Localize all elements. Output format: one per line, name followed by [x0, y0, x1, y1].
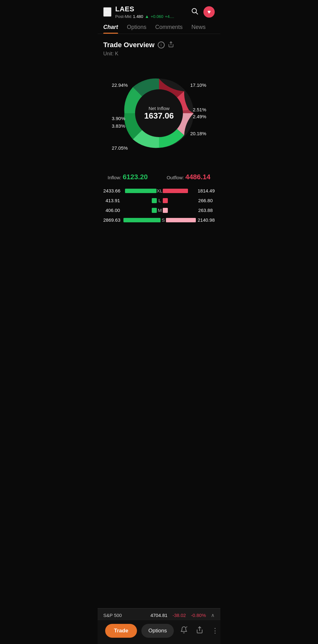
bar-green-s: [123, 218, 161, 222]
share-icon-button[interactable]: [194, 624, 205, 637]
net-inflow-label: Net Inflow: [144, 106, 174, 111]
post-market-info: Post-Mkt 1.480 ▲ +0.060 +4....: [115, 14, 191, 19]
svg-line-5: [186, 627, 187, 627]
bar-left-val-xl: 2433.66: [103, 188, 123, 193]
pct-right-mid1: 2.51%: [193, 107, 206, 112]
more-icon-button[interactable]: ⋮: [210, 625, 220, 637]
chevron-up-icon[interactable]: ∧: [211, 612, 215, 618]
share-icon[interactable]: [168, 41, 174, 49]
tab-options-label: Options: [127, 24, 146, 30]
bar-right-val-m: 263.88: [196, 208, 215, 213]
market-name: S&P 500: [103, 613, 145, 618]
tab-news-label: News: [191, 24, 206, 30]
header-icons: ♥: [191, 6, 215, 18]
header-title-area: LAES Post-Mkt 1.480 ▲ +0.060 +4....: [115, 5, 191, 19]
donut-chart-container: Net Inflow 1637.06 22.94% 3.90% 3.83% 27…: [103, 63, 215, 164]
bar-red-m: [163, 208, 196, 213]
back-button[interactable]: ←: [103, 7, 111, 17]
green-bar-m: [152, 208, 157, 213]
bar-right-val-l: 266.80: [196, 198, 215, 203]
pct-right-mid2: 2.49%: [193, 114, 206, 119]
bar-red-xl: [163, 189, 196, 193]
main-content: Trade Overview i Unit: K: [98, 34, 220, 265]
tab-options[interactable]: Options: [127, 24, 146, 34]
bar-row-xl: 2433.66 XL 1814.49: [103, 188, 215, 193]
outflow-label: Outflow:: [167, 175, 184, 180]
pink-bar-m: [163, 208, 168, 213]
header: ← LAES Post-Mkt 1.480 ▲ +0.060 +4.... ♥: [98, 0, 220, 23]
bar-row-l: 413.91 L 266.80: [103, 198, 215, 203]
bar-right-val-xl: 1814.49: [196, 188, 215, 193]
inflow-label: Inflow:: [108, 175, 121, 180]
pink-bar-s: [166, 218, 196, 222]
post-mkt-pct: +4....: [165, 14, 174, 19]
bar-green-m: [123, 208, 156, 213]
section-header: Trade Overview i: [103, 41, 215, 49]
size-s: S: [161, 217, 166, 223]
post-mkt-change: +0.060: [151, 14, 163, 19]
pct-left-bot: 27.05%: [112, 145, 128, 151]
svg-line-1: [196, 13, 198, 14]
bar-right-val-s: 2140.98: [196, 217, 215, 223]
size-l: L: [157, 198, 163, 203]
size-xl: XL: [156, 188, 163, 193]
search-button[interactable]: [191, 7, 198, 17]
donut-center-text: Net Inflow 1637.06: [144, 106, 174, 121]
pct-left-top: 22.94%: [112, 82, 128, 88]
green-bar-s: [123, 218, 161, 222]
green-bar-xl: [125, 189, 156, 193]
up-arrow-icon: ▲: [145, 14, 149, 19]
unit-prefix: Unit:: [103, 51, 115, 56]
bar-green-l: [123, 198, 156, 203]
market-pct: -0.80%: [191, 613, 206, 618]
tab-comments-label: Comments: [155, 24, 183, 30]
flow-summary: Inflow: 6123.20 Outflow: 4486.14: [103, 173, 215, 181]
pct-left-mid2: 3.83%: [112, 123, 125, 129]
tab-news[interactable]: News: [191, 24, 206, 34]
pct-right-bot: 20.18%: [190, 131, 206, 136]
market-change: -38.02: [173, 613, 186, 618]
favorite-button[interactable]: ♥: [203, 6, 215, 18]
trade-button[interactable]: Trade: [105, 624, 137, 638]
bar-left-val-m: 406.00: [103, 208, 123, 213]
tab-comments[interactable]: Comments: [155, 24, 183, 34]
nav-icon-group: ⋮: [178, 624, 220, 637]
tabs-bar: Chart Options Comments News: [98, 23, 220, 34]
red-bar-xl: [163, 189, 188, 193]
bar-row-s: 2869.63 S 2140.98: [103, 217, 215, 223]
inflow-value: 6123.20: [123, 173, 148, 181]
tab-chart[interactable]: Chart: [103, 24, 118, 34]
inflow-summary: Inflow: 6123.20: [108, 173, 148, 181]
bar-pink-s: [166, 218, 196, 222]
bell-icon-button[interactable]: [178, 624, 190, 637]
bar-red-l: [163, 198, 196, 203]
unit-value: K: [115, 51, 118, 56]
bar-left-val-l: 413.91: [103, 198, 123, 203]
unit-label: Unit: K: [103, 51, 215, 57]
red-bar-l: [163, 198, 168, 203]
market-price: 4704.81: [150, 613, 168, 618]
bar-green-xl: [123, 189, 156, 193]
heart-icon: ♥: [207, 9, 211, 15]
tab-chart-label: Chart: [103, 24, 118, 30]
post-mkt-label: Post-Mkt: [115, 14, 131, 19]
pct-left-mid1: 3.90%: [112, 116, 125, 121]
bar-rows: 2433.66 XL 1814.49 413.91 L 266.80 406.0…: [103, 188, 215, 223]
ticker-name: LAES: [115, 5, 191, 13]
bar-left-val-s: 2869.63: [103, 217, 123, 223]
size-m: M: [157, 208, 163, 213]
green-bar-l: [152, 198, 157, 203]
bottom-nav: Trade Options ⋮: [98, 620, 220, 644]
options-button[interactable]: Options: [141, 624, 174, 638]
pct-right-top: 17.10%: [190, 82, 206, 88]
post-mkt-price: 1.480: [133, 14, 143, 19]
outflow-value: 4486.14: [185, 173, 211, 181]
net-inflow-value: 1637.06: [144, 111, 174, 121]
info-icon[interactable]: i: [158, 42, 165, 48]
trade-overview-title: Trade Overview: [103, 41, 155, 49]
bar-row-m: 406.00 M 263.88: [103, 208, 215, 213]
outflow-summary: Outflow: 4486.14: [167, 173, 210, 181]
